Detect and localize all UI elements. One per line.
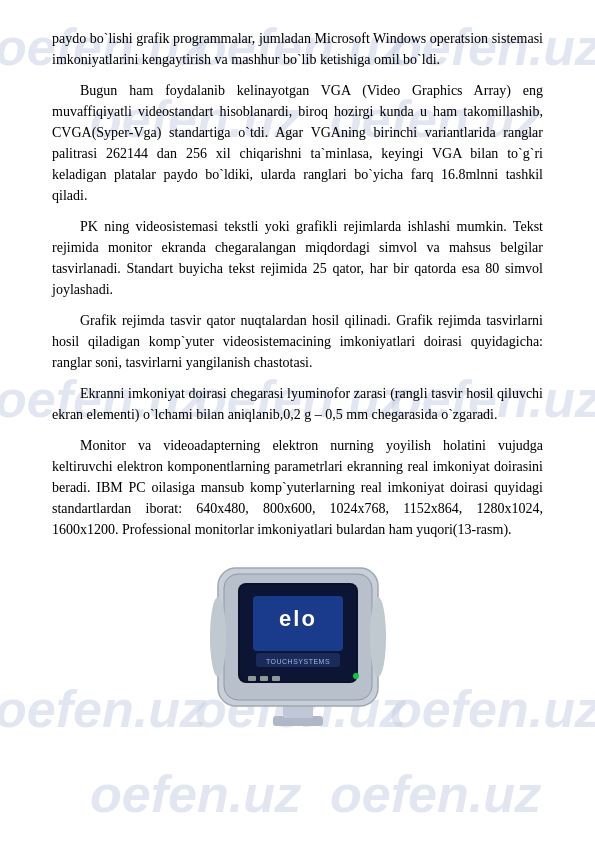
svg-rect-11: [248, 676, 256, 681]
paragraph-1: paydo bo`lishi grafik programmalar, juml…: [52, 28, 543, 70]
monitor-image: elo TOUCHSYSTEMS: [188, 558, 408, 749]
figure-container: elo TOUCHSYSTEMS: [52, 558, 543, 749]
paragraph-4: Grafik rejimda tasvir qator nuqtalardan …: [52, 310, 543, 373]
svg-text:TOUCHSYSTEMS: TOUCHSYSTEMS: [265, 658, 329, 665]
svg-rect-12: [260, 676, 268, 681]
paragraph-3: PK ning videosistemasi tekstli yoki graf…: [52, 216, 543, 300]
svg-point-14: [210, 597, 226, 677]
svg-rect-13: [272, 676, 280, 681]
main-content: paydo bo`lishi grafik programmalar, juml…: [0, 0, 595, 787]
paragraph-5: Ekranni imkoniyat doirasi chegarasi lyum…: [52, 383, 543, 425]
svg-text:elo: elo: [279, 606, 317, 631]
svg-point-10: [353, 673, 359, 679]
svg-point-15: [370, 597, 386, 677]
paragraph-6: Monitor va videoadapterning elektron nur…: [52, 435, 543, 540]
paragraph-2: Bugun ham foydalanib kelinayotgan VGA (V…: [52, 80, 543, 206]
